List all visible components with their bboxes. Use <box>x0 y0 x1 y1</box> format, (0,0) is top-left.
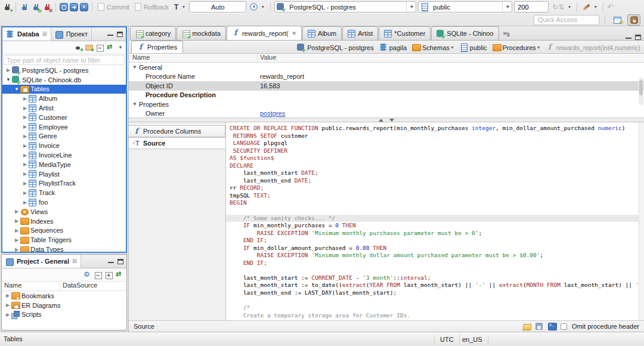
tree-item-foo[interactable]: ▶foo <box>2 197 126 207</box>
column-header-datasource[interactable]: DataSource <box>60 282 97 291</box>
expand-arrow-icon[interactable]: ▶ <box>21 181 29 186</box>
editor-tab-album[interactable]: Album <box>302 26 342 40</box>
project-item-er-diagrams[interactable]: ▶ER Diagrams <box>2 301 126 310</box>
scrollbar[interactable] <box>639 122 644 320</box>
tree-item-invoiceline[interactable]: ▶InvoiceLine <box>2 150 126 160</box>
minimize-icon[interactable] <box>107 33 113 36</box>
tree-item-playlisttrack[interactable]: ▶PlaylistTrack <box>2 179 126 189</box>
expand-arrow-icon[interactable]: ▶ <box>4 302 11 308</box>
tree-item-genre[interactable]: ▶Genre <box>2 132 126 141</box>
tree-item-album[interactable]: ▶Album <box>2 94 126 103</box>
disconnect-icon[interactable]: ✕ <box>42 2 52 12</box>
link-editor-icon[interactable] <box>107 44 114 51</box>
column-header-name[interactable]: Name <box>2 282 60 291</box>
property-row-procedure-description[interactable]: Procedure Description <box>129 91 644 100</box>
expand-arrow-icon[interactable]: ▼ <box>13 86 20 92</box>
close-icon[interactable]: ☒ <box>72 258 77 264</box>
expand-arrow-icon[interactable]: ▶ <box>13 228 20 233</box>
fetch-size-input[interactable] <box>514 1 549 13</box>
property-row-procedure-name[interactable]: Procedure Namerewards_report <box>129 72 644 82</box>
expand-arrow-icon[interactable]: ▶ <box>21 171 29 177</box>
tree-item-sequences[interactable]: ▶Sequences <box>2 226 126 236</box>
expand-arrow-icon[interactable]: ▶ <box>21 143 29 149</box>
tab-overflow-button[interactable]: »5 <box>503 29 510 38</box>
expand-arrow-icon[interactable]: ▶ <box>21 96 29 101</box>
project-item-scripts[interactable]: ▶Scripts <box>2 310 126 320</box>
expand-arrow-icon[interactable]: ▶ <box>13 218 20 224</box>
breadcrumb-item-public[interactable]: public <box>460 44 487 51</box>
tab-project-general[interactable]: Project - General☒ <box>2 255 81 268</box>
expand-arrow-icon[interactable]: ▶ <box>21 162 29 167</box>
save-icon[interactable] <box>535 323 543 330</box>
source-editor[interactable]: CREATE OR REPLACE FUNCTION public.reward… <box>226 122 644 320</box>
tree-item-customer[interactable]: ▶Customer <box>2 113 126 122</box>
collapse-all-icon[interactable] <box>96 44 104 51</box>
scrollbar-thumb[interactable] <box>639 80 643 95</box>
view-menu-icon[interactable]: ▼ <box>118 45 123 50</box>
maximize-icon[interactable] <box>117 259 123 264</box>
group-arrow-icon[interactable]: ▼ <box>132 101 137 107</box>
expand-arrow-icon[interactable]: ▶ <box>4 293 11 298</box>
gear-icon[interactable] <box>83 271 91 279</box>
editor-tab-mockdata[interactable]: mockdata <box>177 26 226 40</box>
console-icon[interactable] <box>548 323 556 330</box>
tree-item-mediatype[interactable]: ▶MediaType <box>2 160 126 169</box>
collapse-down-icon[interactable] <box>389 119 394 122</box>
expand-arrow-icon[interactable]: ▶ <box>13 247 20 252</box>
grid-column-value[interactable]: Value <box>258 54 276 62</box>
dbeaver-perspective-button[interactable] <box>627 14 640 26</box>
dropdown-arrow-icon[interactable]: ▼ <box>537 45 541 50</box>
tree-item-table-triggers[interactable]: ▶Table Triggers <box>2 235 126 245</box>
collapse-all-icon[interactable] <box>94 271 102 279</box>
maximize-icon[interactable] <box>117 32 123 37</box>
editor-tab-customer[interactable]: *Customer <box>379 26 431 40</box>
close-icon[interactable]: ✕ <box>292 30 297 36</box>
expand-arrow-icon[interactable]: ▶ <box>21 200 29 205</box>
reconnect-icon[interactable]: ↻ <box>31 2 41 12</box>
rollback-button[interactable]: Rollback <box>133 1 171 13</box>
expand-arrow-icon[interactable]: ▶ <box>21 124 29 129</box>
expand-arrow-icon[interactable]: ▶ <box>21 190 29 196</box>
close-icon[interactable]: ☒ <box>42 31 47 37</box>
tree-item-invoice[interactable]: ▶Invoice <box>2 141 126 150</box>
property-value[interactable]: postgres <box>258 110 285 117</box>
transaction-history-button[interactable]: ▼ <box>248 1 267 13</box>
open-perspective-button[interactable] <box>611 14 624 26</box>
subtab-source[interactable]: Source <box>129 137 225 149</box>
object-filter-input[interactable] <box>4 55 125 65</box>
property-row-general[interactable]: ▼General <box>129 63 644 72</box>
commit-mode-combo[interactable]: Auto <box>189 1 246 13</box>
omit-header-checkbox[interactable] <box>561 323 567 330</box>
tab-projects[interactable]: Проект <box>51 27 92 41</box>
connect-icon[interactable] <box>20 2 29 12</box>
tree-item-artist[interactable]: ▶Artist <box>2 103 126 113</box>
breadcrumb-item-schemas[interactable]: Schemas▼ <box>412 44 454 51</box>
grid-column-name[interactable]: Name <box>129 54 258 62</box>
sql-editor-icon[interactable]: ▢ <box>60 3 68 11</box>
tree-item-track[interactable]: ▶Track <box>2 188 126 197</box>
expand-arrow-icon[interactable]: ▶ <box>21 106 29 111</box>
open-file-icon[interactable] <box>523 323 531 330</box>
tab-properties[interactable]: Properties <box>131 41 183 53</box>
scrollbar[interactable] <box>639 78 643 105</box>
refresh-button[interactable]: ↻⇅▼ <box>550 1 573 13</box>
breadcrumb-item-procedures[interactable]: Procedures▼ <box>493 44 541 51</box>
active-schema-combo[interactable]: public▼ <box>418 1 512 13</box>
group-arrow-icon[interactable]: ▼ <box>132 64 137 70</box>
expand-all-icon[interactable] <box>105 271 113 279</box>
editor-tab-artist[interactable]: Artist <box>342 26 378 40</box>
tree-item-data-types[interactable]: ▶Data Types <box>2 245 126 252</box>
expand-arrow-icon[interactable]: ▶ <box>5 67 12 73</box>
compare-button[interactable]: ▼ <box>581 1 599 13</box>
active-connection-combo[interactable]: PostgreSQL - postgres▼ <box>274 1 416 13</box>
property-row-owner[interactable]: Ownerpostgres <box>129 109 644 119</box>
project-item-bookmarks[interactable]: ▶Bookmarks <box>2 291 126 301</box>
expand-arrow-icon[interactable]: ▼ <box>5 77 12 82</box>
editor-tab-sqlite-chinoo[interactable]: SQLite - Chinoo <box>431 26 499 40</box>
breadcrumb-item-pagila[interactable]: pagila <box>379 44 407 51</box>
breadcrumb-item-rewards-report-int4-numeric[interactable]: rewards_report(int4,numeric) <box>546 44 640 51</box>
tree-item-tables[interactable]: ▼Tables <box>2 85 126 94</box>
property-row-properties[interactable]: ▼Properties <box>129 100 644 109</box>
open-sql-script-icon[interactable]: ➔ <box>70 3 78 11</box>
expand-arrow-icon[interactable]: ▶ <box>13 237 20 243</box>
